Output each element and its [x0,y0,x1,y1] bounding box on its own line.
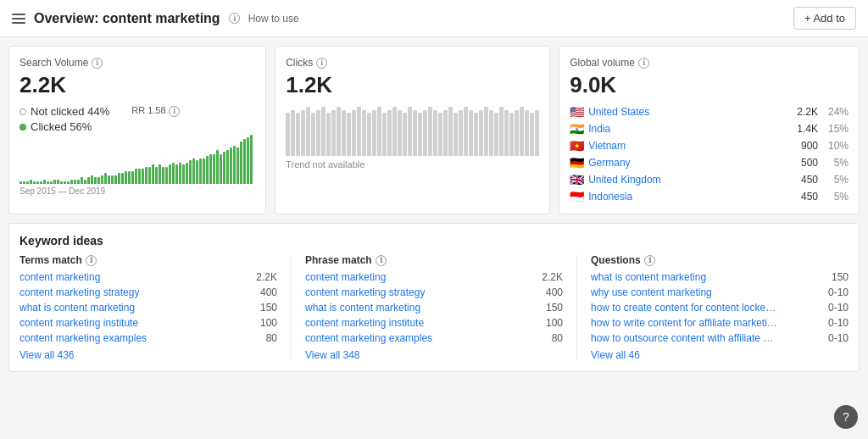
keyword-link[interactable]: content marketing institute [305,317,424,329]
clicks-bar [525,110,529,156]
sv-info-icon[interactable]: ℹ [92,58,103,69]
clicks-bar [479,110,483,156]
keyword-row: content marketing examples 80 [19,332,277,344]
questions-view-all[interactable]: View all 46 [591,349,849,361]
clicks-bar [301,110,305,156]
country-name[interactable]: Indonesia [588,191,632,203]
keyword-link[interactable]: content marketing institute [19,317,138,329]
keyword-link[interactable]: how to write content for affiliate marke… [591,317,777,329]
sv-bar [125,171,127,184]
clicks-bar [331,110,336,156]
country-row: 🇻🇳 Vietnam 900 10% [570,139,849,153]
clicks-bar [362,110,366,156]
clicks-bar [520,107,524,156]
keyword-link[interactable]: content marketing [19,271,100,283]
sv-bar [216,150,219,184]
country-name[interactable]: United States [588,106,649,118]
phrase-view-all[interactable]: View all 348 [305,349,563,361]
sv-bar [30,180,32,184]
sv-bar [182,164,185,184]
menu-icon[interactable] [12,14,25,24]
keyword-link[interactable]: content marketing examples [305,332,432,344]
keyword-link[interactable]: content marketing examples [19,332,147,344]
keyword-link[interactable]: why use content marketing [591,286,712,298]
phrase-info-icon[interactable]: ℹ [376,255,387,266]
keyword-link[interactable]: how to outsource content with affiliate … [591,332,777,344]
country-value: 900 [801,140,818,152]
sv-bar [155,167,158,184]
keyword-link[interactable]: content marketing strategy [19,286,139,298]
country-name[interactable]: United Kingdom [588,174,660,186]
clicks-bar [448,107,453,156]
sv-bar [186,163,188,184]
keyword-row: content marketing institute 100 [19,317,277,329]
keyword-row: content marketing institute 100 [305,317,563,329]
country-name[interactable]: Vietnam [588,140,626,152]
country-flag: 🇬🇧 [570,173,584,186]
keyword-value: 2.2K [529,271,563,283]
clicks-bar [387,110,392,156]
keyword-row: content marketing 2.2K [19,271,277,283]
terms-info-icon[interactable]: ℹ [86,255,97,266]
sv-bar [128,171,131,184]
sv-bar [43,180,46,184]
sv-bar [60,181,63,184]
terms-view-all[interactable]: View all 436 [19,349,277,361]
phrase-match-col: Phrase match ℹ content marketing 2.2K co… [292,254,577,361]
title-info-icon[interactable]: ℹ [229,13,240,24]
sv-bar [104,173,107,184]
clicks-bar [504,110,509,156]
clicks-bar [296,113,300,156]
clicks-bar [403,113,407,156]
rr-info-icon[interactable]: ℹ [169,106,180,117]
country-row: 🇮🇳 India 1.4K 15% [570,122,849,136]
sv-bar [152,164,154,184]
questions-info-icon[interactable]: ℹ [644,255,655,266]
keyword-link[interactable]: how to create content for content locker… [591,302,777,314]
sv-bar [84,180,86,184]
rr-section: RR 1.58 ℹ [131,105,179,117]
keyword-row: what is content marketing 150 [591,271,849,283]
sv-bar [175,164,178,184]
global-volume-value: 9.0K [570,72,849,98]
keyword-row: how to create content for content locker… [591,302,849,314]
help-button[interactable]: ? [834,405,858,429]
terms-match-header: Terms match ℹ [19,254,277,266]
country-row: 🇬🇧 United Kingdom 450 5% [570,173,849,186]
country-name[interactable]: India [588,123,610,135]
sv-bar [226,150,229,184]
sv-clicked: Clicked 56% [19,120,109,133]
sv-bar [172,163,175,184]
keyword-link[interactable]: what is content marketing [305,302,420,314]
sv-bar [250,135,253,184]
sv-legend-rr: Not clicked 44% Clicked 56% RR 1.58 ℹ [19,105,255,133]
country-row: 🇩🇪 Germany 500 5% [570,156,849,169]
keyword-link[interactable]: what is content marketing [19,302,135,314]
sv-bar [87,177,90,184]
keyword-row: how to outsource content with affiliate … [591,332,849,344]
keyword-link[interactable]: content marketing [305,271,386,283]
how-to-use-link[interactable]: How to use [248,13,299,25]
sv-bar [169,164,171,184]
sv-bar [230,147,232,184]
keyword-link[interactable]: content marketing strategy [305,286,425,298]
sv-bar [138,169,141,184]
clicks-bar [321,107,326,156]
not-clicked-dot [19,108,26,115]
add-to-button[interactable]: + Add to [793,7,856,30]
sv-bar [220,154,222,184]
keyword-value: 80 [529,332,563,344]
clicks-bar [459,110,463,156]
keyword-link[interactable]: what is content marketing [591,271,706,283]
clicks-bar [392,107,397,156]
clicks-info-icon[interactable]: ℹ [316,58,327,69]
gv-info-icon[interactable]: ℹ [638,58,649,69]
country-name[interactable]: Germany [588,157,630,169]
country-value: 1.4K [797,123,818,135]
sv-bar [247,137,249,184]
keyword-row: content marketing 2.2K [305,271,563,283]
country-left: 🇩🇪 Germany [570,156,630,169]
keyword-cols: Terms match ℹ content marketing 2.2K con… [19,254,849,361]
sv-bar [40,181,42,184]
clicks-bar [352,110,356,156]
